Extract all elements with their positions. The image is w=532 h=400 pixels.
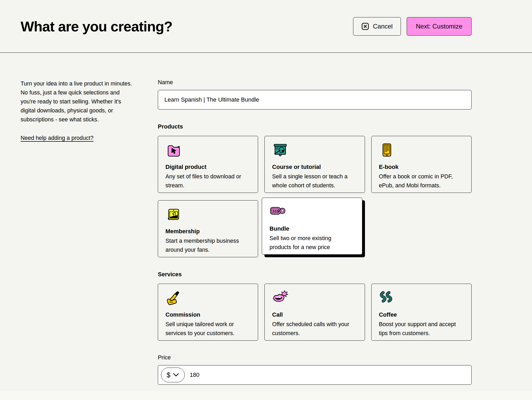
steam-icon [379, 290, 464, 306]
next-customize-button[interactable]: Next: Customize [407, 17, 472, 36]
services-grid: Commission Sell unique tailored work or … [158, 284, 472, 341]
header-actions: Cancel Next: Customize [353, 17, 472, 36]
card-description: Sell unique tailored work or services to… [165, 320, 250, 338]
ereader-icon [379, 142, 464, 158]
help-link[interactable]: Need help adding a product? [21, 135, 93, 141]
form-column: Name Products Digital product Any set of… [158, 79, 472, 385]
card-title: Membership [165, 228, 250, 235]
currency-symbol: $ [167, 371, 170, 379]
folder-cursor-icon [165, 142, 250, 158]
service-card-call[interactable]: Call Offer scheduled calls with your cus… [264, 284, 365, 341]
header: What are you creating? Cancel Next: Cust… [0, 0, 532, 53]
cancel-button[interactable]: Cancel [353, 17, 401, 36]
price-label: Price [158, 354, 472, 361]
product-card-ebook[interactable]: E-book Offer a book or comic in PDF, ePu… [371, 136, 472, 193]
card-title: Course or tutorial [272, 164, 357, 170]
card-description: Offer a book or comic in PDF, ePub, and … [379, 172, 464, 190]
card-title: Coffee [379, 311, 464, 318]
presentation-board-icon [272, 142, 357, 158]
products-grid: Digital product Any set of files to down… [158, 136, 472, 257]
lips-icon [272, 290, 357, 306]
svg-text:$$$: $$$ [273, 209, 279, 213]
price-field: $ [158, 365, 472, 385]
card-description: Offer scheduled calls with your customer… [272, 320, 357, 338]
name-label: Name [158, 79, 472, 86]
card-title: E-book [379, 164, 464, 170]
cancel-x-icon [361, 22, 369, 30]
product-card-bundle[interactable]: $$$ Bundle Sell two or more existing pro… [262, 198, 362, 255]
page-title: What are you creating? [21, 18, 172, 35]
calendar-icon [165, 207, 250, 223]
card-title: Commission [165, 311, 250, 318]
intro-paragraph: Turn your idea into a live product in mi… [21, 79, 136, 124]
card-title: Bundle [269, 225, 354, 232]
price-tag-icon: $$$ [269, 204, 354, 220]
name-input[interactable] [158, 90, 472, 109]
card-description: Start a membership business around your … [165, 236, 250, 254]
product-card-digital-product[interactable]: Digital product Any set of files to down… [158, 136, 258, 193]
currency-selector[interactable]: $ [161, 368, 185, 382]
main-content: Turn your idea into a live product in mi… [0, 53, 532, 385]
cancel-button-label: Cancel [373, 23, 393, 30]
card-description: Boost your support and accept tips from … [379, 320, 464, 338]
card-description: Sell a single lesson or teach a whole co… [272, 172, 357, 190]
intro-column: Turn your idea into a live product in mi… [21, 79, 148, 385]
hand-pen-icon [165, 290, 250, 306]
service-card-coffee[interactable]: Coffee Boost your support and accept tip… [371, 284, 472, 341]
services-heading: Services [158, 271, 472, 278]
product-card-membership[interactable]: Membership Start a membership business a… [158, 200, 258, 257]
card-description: Any set of files to download or stream. [165, 172, 250, 190]
footer-band [0, 391, 532, 400]
chevron-down-icon [173, 373, 179, 377]
service-card-commission[interactable]: Commission Sell unique tailored work or … [158, 284, 258, 341]
card-title: Call [272, 311, 357, 318]
product-card-course-or-tutorial[interactable]: Course or tutorial Sell a single lesson … [264, 136, 365, 193]
products-heading: Products [158, 123, 472, 130]
card-description: Sell two or more existing products for a… [269, 234, 354, 252]
card-title: Digital product [165, 164, 250, 170]
price-input[interactable] [158, 365, 472, 385]
